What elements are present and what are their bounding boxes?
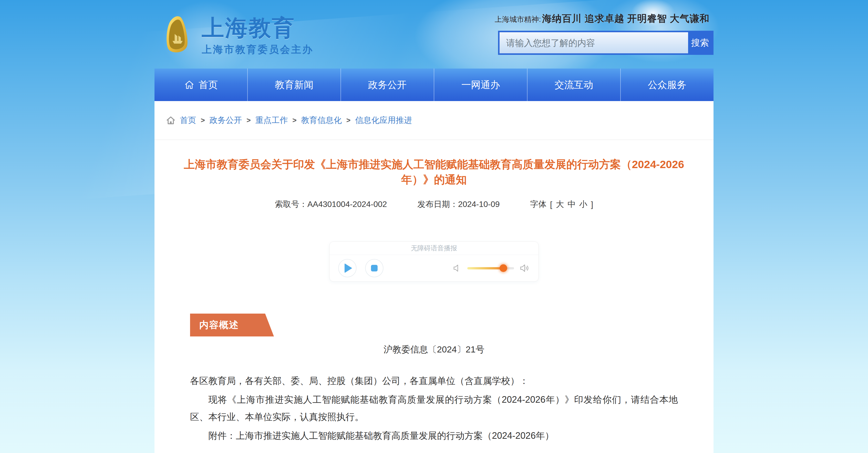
volume-loud-icon[interactable] xyxy=(519,263,530,273)
breadcrumb-home-icon[interactable] xyxy=(166,115,176,125)
font-size-medium-button[interactable]: 中 xyxy=(567,199,576,210)
article-title: 上海市教育委员会关于印发《上海市推进实施人工智能赋能基础教育高质量发展的行动方案… xyxy=(171,157,697,187)
city-spirit-motto: 海纳百川 追求卓越 开明睿智 大气谦和 xyxy=(542,13,709,24)
accessibility-audio-player: 无障碍语音播报 xyxy=(329,241,539,282)
breadcrumb-item-key-work[interactable]: 重点工作 xyxy=(255,115,288,126)
section-tag-content-overview: 内容概述 xyxy=(190,314,274,336)
document-number: 沪教委信息〔2024〕21号 xyxy=(154,344,714,355)
play-button[interactable] xyxy=(338,259,356,277)
breadcrumb-item-it-application[interactable]: 信息化应用推进 xyxy=(355,115,412,126)
nav-item-one-stop-service[interactable]: 一网通办 xyxy=(434,69,527,101)
page: 上海教育 上海市教育委员会主办 上海城市精神: 海纳百川 追求卓越 开明睿智 大… xyxy=(0,0,868,453)
main-nav: 首页 教育新闻 政务公开 一网通办 交流互动 公众服务 xyxy=(154,69,714,101)
search-bar: 搜索 xyxy=(498,31,714,55)
font-size-small-button[interactable]: 小 xyxy=(579,199,587,210)
breadcrumb-item-edu-informatization[interactable]: 教育信息化 xyxy=(301,115,342,126)
breadcrumb-separator: > xyxy=(292,116,297,124)
volume-slider-thumb[interactable] xyxy=(500,264,507,272)
article-paragraph: 各区教育局，各有关部、委、局、控股（集团）公司，各直属单位（含直属学校）： xyxy=(190,372,678,390)
article-paragraph-attachment: 附件：上海市推进实施人工智能赋能基础教育高质量发展的行动方案（2024-2026… xyxy=(190,427,678,444)
article-body: 各区教育局，各有关部、委、局、控股（集团）公司，各直属单位（含直属学校）： 现将… xyxy=(190,372,678,444)
font-size-bracket: [ xyxy=(550,200,552,209)
audio-player-title: 无障碍语音播报 xyxy=(330,242,538,255)
stop-icon xyxy=(371,265,378,271)
article-meta-row: 索取号：AA4301004-2024-002 发布日期：2024-10-09 字… xyxy=(154,199,714,210)
nav-item-news[interactable]: 教育新闻 xyxy=(247,69,340,101)
breadcrumb-separator: > xyxy=(346,116,351,124)
font-size-bracket: ] xyxy=(591,200,593,209)
breadcrumb: 首页 > 政务公开 > 重点工作 > 教育信息化 > 信息化应用推进 xyxy=(154,101,714,140)
site-subtitle: 上海市教育委员会主办 xyxy=(202,43,314,56)
site-logo[interactable]: 上海教育 上海市教育委员会主办 xyxy=(164,15,314,56)
audio-player-controls xyxy=(330,255,538,281)
volume-mute-icon[interactable] xyxy=(452,263,462,273)
nav-item-label: 公众服务 xyxy=(648,78,687,91)
play-icon xyxy=(345,263,352,273)
breadcrumb-item-gov-affairs[interactable]: 政务公开 xyxy=(209,115,242,126)
site-logo-text: 上海教育 上海市教育委员会主办 xyxy=(202,15,314,56)
volume-slider[interactable] xyxy=(467,267,514,269)
city-spirit-prefix: 上海城市精神: xyxy=(495,15,541,23)
volume-control xyxy=(452,263,530,273)
content-panel: 首页 > 政务公开 > 重点工作 > 教育信息化 > 信息化应用推进 上海市教育… xyxy=(154,101,714,453)
search-input[interactable] xyxy=(500,32,688,53)
meta-publish-date: 发布日期：2024-10-09 xyxy=(417,199,500,210)
stop-button[interactable] xyxy=(365,259,383,277)
meta-index-number: 索取号：AA4301004-2024-002 xyxy=(275,199,387,210)
font-size-label: 字体 xyxy=(530,199,547,210)
nav-item-home[interactable]: 首页 xyxy=(154,69,247,101)
nav-item-interaction[interactable]: 交流互动 xyxy=(527,69,620,101)
font-size-large-button[interactable]: 大 xyxy=(556,199,564,210)
nav-item-label: 一网通办 xyxy=(461,78,500,91)
breadcrumb-item-home[interactable]: 首页 xyxy=(180,115,196,126)
home-icon xyxy=(184,79,195,90)
site-banner: 上海教育 上海市教育委员会主办 上海城市精神: 海纳百川 追求卓越 开明睿智 大… xyxy=(154,0,714,69)
nav-item-label: 教育新闻 xyxy=(275,78,314,91)
meta-index-value: AA4301004-2024-002 xyxy=(307,200,387,209)
nav-item-label: 首页 xyxy=(199,78,218,91)
font-size-control: 字体 [ 大 中 小 ] xyxy=(530,199,593,210)
banner-right: 上海城市精神: 海纳百川 追求卓越 开明睿智 大气谦和 搜索 xyxy=(459,12,714,55)
nav-item-label: 政务公开 xyxy=(368,78,407,91)
nav-item-gov-affairs[interactable]: 政务公开 xyxy=(340,69,434,101)
meta-date-value: 2024-10-09 xyxy=(458,200,500,209)
nav-item-public-service[interactable]: 公众服务 xyxy=(620,69,714,101)
site-title: 上海教育 xyxy=(202,15,314,41)
meta-date-label: 发布日期： xyxy=(417,200,458,209)
shanghai-education-emblem-icon xyxy=(164,15,192,55)
article-paragraph: 现将《上海市推进实施人工智能赋能基础教育高质量发展的行动方案（2024-2026… xyxy=(190,391,678,426)
breadcrumb-separator: > xyxy=(246,116,251,124)
meta-index-label: 索取号： xyxy=(275,200,307,209)
city-spirit-line: 上海城市精神: 海纳百川 追求卓越 开明睿智 大气谦和 xyxy=(459,12,714,25)
nav-item-label: 交流互动 xyxy=(555,78,593,91)
search-button[interactable]: 搜索 xyxy=(688,32,712,53)
breadcrumb-separator: > xyxy=(200,116,205,124)
